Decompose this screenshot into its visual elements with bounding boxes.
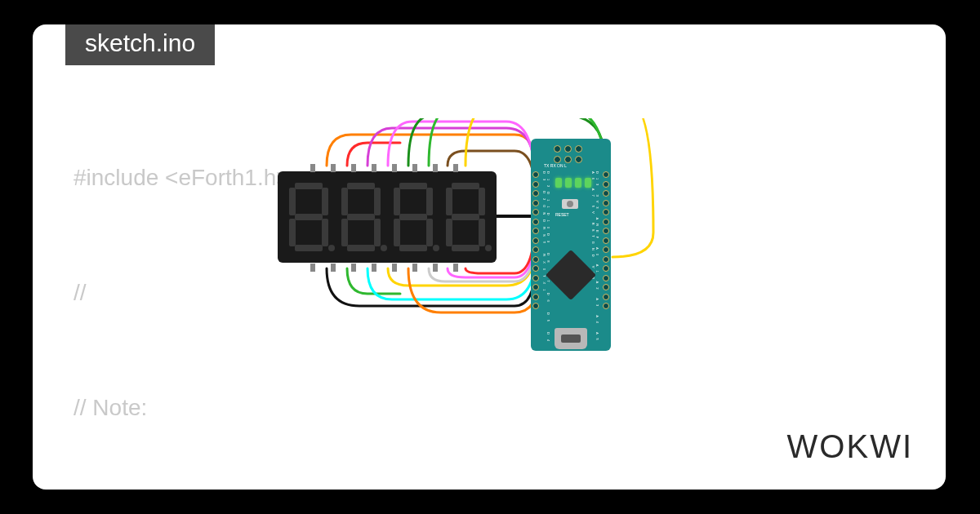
seven-segment-display[interactable] [278,171,497,263]
reset-button[interactable] [562,199,578,209]
left-pin-header [532,171,539,309]
file-tab-label: sketch.ino [85,29,195,56]
tx-led-icon [555,178,562,188]
status-leds [555,178,591,188]
left-pin-labels: D12D11D10D9 D8 D7 D6 D5 D4 D3 D2GNDRST R… [542,171,550,351]
wokwi-logo-text: WOKWI [787,428,913,464]
right-pin-labels: D13 3V3 AREF A0 A1 A2 A3 A4 A5 A6 A7 5V … [591,171,599,351]
file-tab[interactable]: sketch.ino [65,24,215,65]
wokwi-logo[interactable]: WOKWI [787,428,913,465]
right-pin-header [603,171,609,309]
code-line: // Note: [74,388,929,427]
on-led-icon [575,178,581,188]
arduino-nano-board[interactable]: TX RX ON L RESET D12D11D10D9 D8 D7 D6 D5… [531,139,611,351]
digit-1 [287,181,330,253]
seven-segment-pins-bottom [302,264,466,272]
digit-4 [444,181,487,253]
l-led-icon [585,178,591,188]
usb-port-icon [555,328,587,349]
reset-label: RESET [555,212,569,217]
rx-led-icon [565,178,572,188]
digit-2 [340,181,382,253]
circuit-diagram[interactable]: TX RX ON L RESET D12D11D10D9 D8 D7 D6 D5… [270,118,743,355]
preview-card: sketch.ino #include <eForth1.h> // // No… [33,24,946,490]
mcu-chip-icon [546,250,596,300]
isp-header [554,145,583,164]
indicator-labels: TX RX ON L [544,163,567,168]
digit-3 [392,181,434,253]
seven-segment-pins-top [302,164,466,172]
